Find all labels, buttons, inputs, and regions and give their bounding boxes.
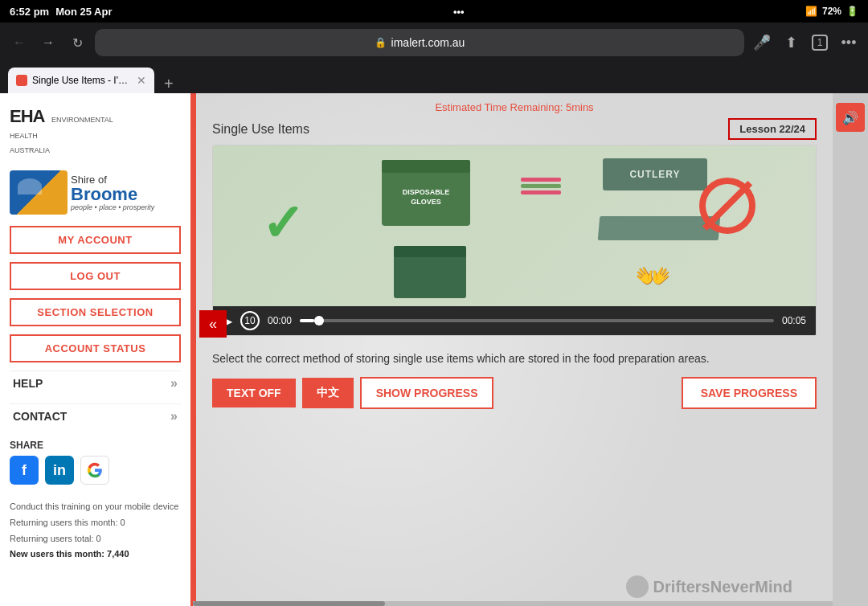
url-text: imalert.com.au — [391, 36, 465, 49]
contact-arrow-icon: » — [170, 409, 178, 424]
back-nav-button[interactable]: ← — [8, 31, 31, 54]
tab-title: Single Use Items - I'M Al... — [32, 75, 129, 86]
google-share-button[interactable] — [80, 456, 109, 485]
main-layout: EHA ENVIRONMENTALHEALTHAUSTRALIA Shire o… — [0, 93, 868, 606]
broome-icon-image — [10, 170, 68, 215]
lesson-badge: Lesson 22/24 — [728, 118, 817, 140]
bottom-scrollbar[interactable] — [193, 601, 833, 606]
content-area: « Estimated Time Remaining: 5mins Single… — [193, 93, 833, 606]
contact-label: CONTACT — [13, 410, 67, 423]
time-start: 00:00 — [268, 315, 292, 326]
time-display: 6:52 pm — [10, 6, 49, 18]
broome-logo: Shire of Broome people • place • prosper… — [10, 170, 181, 215]
section-selection-button[interactable]: SECTION SELECTION — [10, 298, 181, 326]
gloves-box: DISPOSABLEGLOVES — [382, 170, 470, 226]
item-strips — [521, 178, 561, 194]
small-items-box — [394, 254, 466, 298]
share-icons: f in — [10, 456, 181, 485]
lesson-header: Single Use Items Lesson 22/24 — [212, 118, 817, 140]
description-text: Select the correct method of storing sin… — [212, 350, 817, 367]
progress-bar[interactable] — [300, 319, 774, 322]
mobile-prompt: Conduct this training on your mobile dev… — [10, 499, 181, 515]
back-button[interactable]: « — [199, 310, 227, 338]
checkmark-icon: ✓ — [261, 194, 305, 253]
wifi-icon: 📶 — [805, 6, 817, 17]
lock-icon: 🔒 — [375, 37, 387, 48]
browser-chrome: ← → ↻ 🔒 imalert.com.au 🎤 ⬆ 1 ••• — [0, 23, 868, 63]
broome-tagline: people • place • prosperity — [71, 203, 154, 211]
cutlery-label: CUTLERY — [629, 169, 680, 180]
small-box-lid — [394, 246, 466, 257]
chinese-button[interactable]: 中文 — [302, 378, 354, 408]
help-arrow-icon: » — [170, 376, 178, 391]
share-label: SHARE — [10, 440, 181, 451]
browser-actions: 🎤 ⬆ 1 ••• — [751, 31, 860, 54]
microphone-button[interactable]: 🎤 — [751, 31, 773, 54]
volume-icon: 🔊 — [842, 110, 858, 125]
progress-thumb — [314, 316, 324, 326]
account-status-button[interactable]: ACCOUNT STATUS — [10, 334, 181, 362]
more-options-button[interactable]: ••• — [837, 31, 860, 54]
inner-content: Estimated Time Remaining: 5mins Single U… — [193, 93, 833, 606]
my-account-button[interactable]: MY ACCOUNT — [10, 226, 181, 254]
contact-link[interactable]: CONTACT » — [10, 403, 181, 428]
replay-button[interactable]: 10 — [240, 311, 260, 330]
tab-bar: Single Use Items - I'M Al... ✕ + — [0, 63, 868, 93]
battery-display: 72% — [822, 6, 841, 17]
reload-button[interactable]: ↻ — [66, 31, 88, 54]
video-frame: ✓ DISPOSABLEGLOVES CUTLERY — [213, 145, 816, 306]
stats-section: Conduct this training on your mobile dev… — [10, 499, 181, 563]
time-end: 00:05 — [782, 315, 806, 326]
scrollbar-thumb — [193, 601, 385, 606]
eha-acronym: EHA — [10, 106, 44, 126]
battery-icon: 🔋 — [846, 6, 858, 17]
broome-main: Broome — [71, 186, 154, 203]
help-link[interactable]: HELP » — [10, 371, 181, 395]
broome-text: Shire of Broome people • place • prosper… — [71, 174, 154, 211]
returning-month: Returning users this month: 0 — [10, 515, 181, 531]
linkedin-share-button[interactable]: in — [45, 456, 74, 485]
show-progress-button[interactable]: SHOW PROGRESS — [360, 377, 494, 409]
address-bar[interactable]: 🔒 imalert.com.au — [95, 29, 744, 56]
gloves-box-lid — [382, 160, 470, 173]
forward-nav-button[interactable]: → — [37, 31, 59, 54]
text-off-button[interactable]: TEXT OFF — [212, 379, 296, 407]
status-bar: 6:52 pm Mon 25 Apr ••• 📶 72% 🔋 — [0, 0, 868, 23]
lesson-title: Single Use Items — [212, 122, 309, 137]
volume-button[interactable]: 🔊 — [836, 103, 865, 132]
share-section: SHARE f in — [10, 440, 181, 485]
eha-logo: EHA ENVIRONMENTALHEALTHAUSTRALIA — [10, 106, 181, 156]
blue-gloves-icon: 👐 — [635, 260, 671, 293]
video-controls: ▶ 10 00:00 00:05 — [213, 306, 816, 335]
video-content: ✓ DISPOSABLEGLOVES CUTLERY — [213, 145, 816, 306]
new-tab-button[interactable]: + — [158, 75, 180, 93]
watermark: DriftersNeverMind — [626, 575, 792, 598]
estimated-time: Estimated Time Remaining: 5mins — [212, 101, 817, 113]
progress-fill — [300, 319, 314, 322]
active-tab[interactable]: Single Use Items - I'M Al... ✕ — [8, 68, 154, 93]
status-bar-right: 📶 72% 🔋 — [805, 6, 858, 17]
action-buttons: TEXT OFF 中文 SHOW PROGRESS SAVE PROGRESS — [212, 377, 817, 409]
video-player: ✓ DISPOSABLEGLOVES CUTLERY — [212, 145, 817, 336]
sidebar: EHA ENVIRONMENTALHEALTHAUSTRALIA Shire o… — [0, 93, 193, 606]
new-month: New users this month: 7,440 — [10, 549, 129, 559]
watermark-text: DriftersNeverMind — [653, 578, 792, 596]
content-border — [193, 93, 196, 606]
date-display: Mon 25 Apr — [55, 6, 112, 18]
log-out-button[interactable]: LOG OUT — [10, 262, 181, 290]
facebook-share-button[interactable]: f — [10, 456, 39, 485]
status-dots: ••• — [453, 6, 465, 18]
watermark-icon — [626, 575, 649, 598]
help-label: HELP — [13, 377, 43, 390]
save-progress-button[interactable]: SAVE PROGRESS — [682, 377, 817, 409]
tab-close-button[interactable]: ✕ — [137, 74, 146, 87]
cutlery-tray — [598, 216, 721, 240]
gloves-box-label: DISPOSABLEGLOVES — [403, 188, 450, 207]
tab-favicon — [16, 75, 27, 86]
tab-count-button[interactable]: 1 — [809, 31, 831, 54]
share-browser-button[interactable]: ⬆ — [780, 31, 802, 54]
status-bar-left: 6:52 pm Mon 25 Apr — [10, 6, 112, 18]
returning-total: Returning users total: 0 — [10, 531, 181, 547]
right-panel: 🔊 — [833, 93, 868, 606]
cutlery-box: CUTLERY — [603, 158, 707, 190]
